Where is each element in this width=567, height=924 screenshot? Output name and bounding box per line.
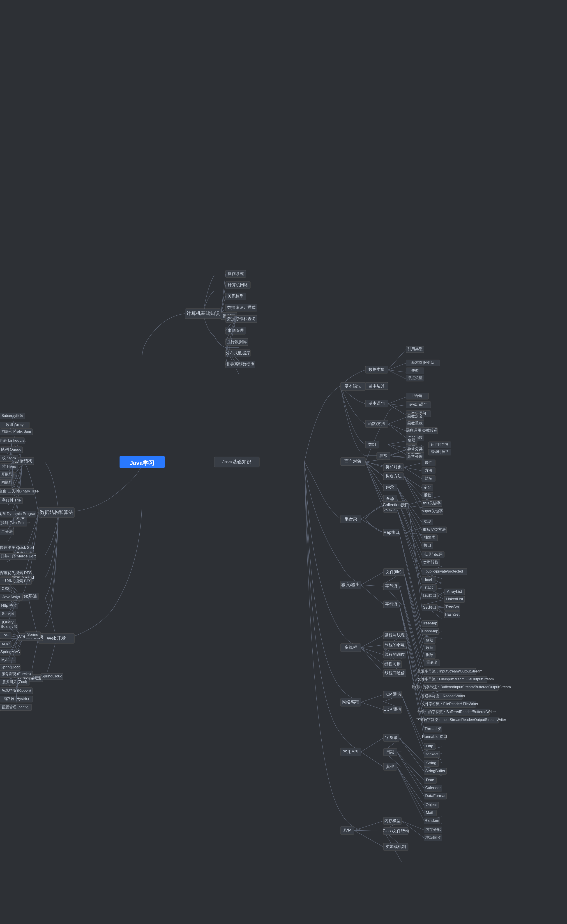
svg-text:构造方法: 构造方法	[385, 474, 402, 478]
svg-text:SpringCloud: SpringCloud	[41, 674, 63, 678]
svg-text:StringBuffer: StringBuffer	[425, 769, 446, 773]
network-label: 网络编程	[342, 699, 359, 704]
svg-text:数据库设计模式: 数据库设计模式	[227, 305, 255, 310]
svg-text:堆 Heap: 堆 Heap	[2, 464, 16, 468]
svg-text:普通字符流：Reader/Writer: 普通字符流：Reader/Writer	[421, 694, 465, 698]
svg-text:其他: 其他	[386, 764, 394, 769]
jvm-label: JVM	[343, 828, 352, 832]
svg-text:函数定义: 函数定义	[407, 414, 423, 418]
svg-text:函数/方法: 函数/方法	[368, 422, 385, 426]
svg-text:LinkedList: LinkedList	[446, 597, 463, 601]
svg-text:并查集 二叉树Binary Tree: 并查集 二叉树Binary Tree	[0, 489, 39, 494]
svg-text:浮点类型: 浮点类型	[407, 376, 423, 380]
collections-label: 集合类	[344, 516, 357, 521]
svg-text:栈 Stack: 栈 Stack	[2, 456, 16, 460]
svg-text:分布式数据库: 分布式数据库	[226, 351, 250, 355]
svg-text:创建: 创建	[426, 638, 434, 642]
svg-text:动态规划 Dynamic Programming: 动态规划 Dynamic Programming	[0, 512, 46, 516]
svg-text:数据类型: 数据类型	[369, 367, 385, 372]
svg-text:线程的创建: 线程的创建	[384, 642, 405, 647]
svg-text:属性: 属性	[424, 460, 432, 465]
svg-text:HashSet: HashSet	[445, 612, 459, 616]
svg-text:链表 LinkedList: 链表 LinkedList	[0, 438, 26, 442]
svg-text:重命名: 重命名	[426, 660, 438, 664]
svg-text:队列 Queue: 队列 Queue	[1, 447, 21, 452]
svg-text:接口: 接口	[423, 543, 431, 548]
svg-text:CSS: CSS	[2, 586, 10, 591]
svg-text:普通字节流：InputStream/OutputStream: 普通字节流：InputStream/OutputStream	[417, 669, 482, 673]
svg-text:内存模型: 内存模型	[384, 818, 400, 823]
svg-text:关系模型: 关系模型	[228, 294, 244, 298]
svg-text:类和对象: 类和对象	[386, 465, 402, 469]
svg-text:super关键字: super关键字	[422, 509, 443, 513]
svg-text:UDP 通信: UDP 通信	[384, 707, 402, 712]
mindmap: text { font-family: 'Microsoft YaHei', '…	[0, 0, 567, 924]
cs-basics-label: 计算机基础知识	[186, 310, 220, 316]
svg-text:计算机网络: 计算机网络	[228, 283, 248, 287]
svg-text:并行数据库: 并行数据库	[226, 339, 247, 344]
svg-text:运行时异常: 运行时异常	[431, 442, 449, 446]
svg-text:异常处理: 异常处理	[407, 454, 423, 459]
svg-text:数组: 数组	[368, 442, 376, 447]
svg-text:双指针 Two Pointer: 双指针 Two Pointer	[0, 520, 30, 525]
svg-text:基本数据类型: 基本数据类型	[411, 360, 434, 365]
svg-text:实现与应用: 实现与应用	[423, 552, 443, 556]
svg-text:异常: 异常	[380, 453, 387, 458]
svg-text:类加载机制: 类加载机制	[386, 844, 406, 849]
svg-text:Class文件结构: Class文件结构	[382, 829, 409, 833]
common-api-label: 常用API	[343, 749, 358, 754]
svg-text:static: static	[424, 585, 434, 590]
svg-text:final: final	[425, 577, 432, 582]
svg-text:函数调用 参数传递: 函数调用 参数传递	[406, 428, 438, 432]
svg-text:操作系统: 操作系统	[228, 272, 244, 276]
svg-text:服务发现 (Eureka): 服务发现 (Eureka)	[2, 672, 31, 676]
svg-text:多态: 多态	[386, 496, 394, 501]
svg-text:整型: 整型	[411, 368, 419, 373]
svg-text:创建: 创建	[408, 438, 416, 442]
svg-text:if语句: if语句	[412, 394, 422, 398]
svg-text:线程的调度: 线程的调度	[384, 652, 405, 657]
svg-text:深度优先搜索 DFS: 深度优先搜索 DFS	[0, 571, 32, 575]
svg-text:闭散列: 闭散列	[2, 480, 12, 484]
svg-text:DataFormat: DataFormat	[425, 794, 446, 798]
svg-text:TreeSet: TreeSet	[446, 605, 459, 609]
svg-text:封装: 封装	[424, 476, 432, 480]
svg-text:抽象类: 抽象类	[424, 536, 435, 540]
svg-text:文件(file): 文件(file)	[386, 570, 402, 574]
svg-text:带缓冲的字节流：BufferedInputStream/Bu: 带缓冲的字节流：BufferedInputStream/BufferedOutp…	[412, 685, 511, 689]
svg-text:Runnable 接口: Runnable 接口	[422, 735, 447, 739]
svg-text:字节转字符流：InputStreamReader/Outpu: 字节转字符流：InputStreamReader/OutputStreamWri…	[416, 718, 506, 722]
svg-text:非关系型数据库: 非关系型数据库	[226, 362, 254, 367]
svg-text:字符串: 字符串	[385, 735, 398, 740]
svg-text:删除: 删除	[426, 653, 434, 657]
svg-text:进程与线程: 进程与线程	[384, 633, 405, 637]
svg-text:sockect: sockect	[425, 752, 438, 756]
svg-text:数据存储和查询: 数据存储和查询	[227, 316, 255, 321]
svg-text:基本语句: 基本语句	[369, 401, 385, 406]
svg-text:继承: 继承	[386, 485, 394, 489]
svg-text:字节流: 字节流	[385, 584, 398, 588]
svg-text:Collection接口: Collection接口	[383, 502, 409, 507]
svg-text:重写父类方法: 重写父类方法	[423, 527, 446, 532]
svg-text:实现: 实现	[423, 519, 431, 524]
svg-text:Spring: Spring	[27, 632, 38, 637]
svg-text:Set接口: Set接口	[423, 605, 436, 609]
java-basics-label: Java基础知识	[222, 459, 251, 464]
svg-text:服务网关 (Zuul): 服务网关 (Zuul)	[2, 680, 27, 684]
svg-text:Random: Random	[424, 818, 439, 823]
svg-text:IoC: IoC	[3, 633, 9, 637]
svg-text:Object: Object	[426, 802, 436, 807]
svg-text:引用类型: 引用类型	[407, 347, 423, 351]
svg-text:Thread 类: Thread 类	[424, 727, 442, 731]
svg-text:基本运算: 基本运算	[369, 384, 385, 388]
svg-text:this关键字: this关键字	[423, 501, 441, 506]
svg-text:Math: Math	[426, 810, 434, 815]
svg-text:HTML: HTML	[2, 578, 12, 582]
svg-text:异常分类: 异常分类	[407, 447, 423, 451]
svg-text:垃圾回收: 垃圾回收	[425, 836, 441, 840]
svg-text:List接口: List接口	[423, 594, 436, 598]
svg-text:类型转换: 类型转换	[423, 560, 438, 564]
svg-text:String: String	[426, 761, 436, 765]
svg-text:内存分配: 内存分配	[425, 828, 441, 832]
svg-text:文件字符流：FileReader/ FileWriter: 文件字符流：FileReader/ FileWriter	[422, 702, 478, 706]
